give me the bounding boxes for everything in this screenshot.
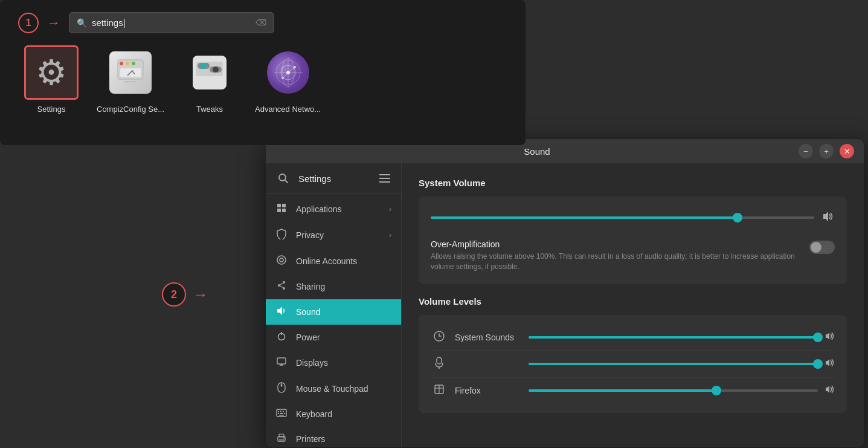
search-input[interactable]: settings| [92,18,251,28]
svg-rect-31 [277,209,281,212]
ff-thumb[interactable] [712,386,721,395]
firefox-icon [431,384,448,397]
microphone-vol-icon [825,358,835,370]
sidebar-item-printers[interactable]: Printers [266,426,401,447]
svg-marker-40 [277,307,282,315]
svg-marker-63 [826,333,829,340]
svg-rect-64 [437,357,442,364]
svg-rect-29 [277,204,281,207]
microphone-icon [431,357,448,371]
sound-label: Sound [296,307,320,317]
sidebar-item-applications[interactable]: Applications › [266,196,401,222]
svg-point-1 [120,62,123,65]
svg-point-37 [283,287,285,290]
search-bar-row: 1 → 🔍 settings| ⌫ [18,12,507,33]
minimize-button[interactable]: − [799,144,813,158]
over-amp-desc: Allows raising the volume above 100%. Th… [431,252,800,272]
app-label-settings: Settings [37,105,66,114]
svg-marker-66 [826,359,829,366]
sidebar-item-sound[interactable]: Sound [266,299,401,325]
sidebar-item-keyboard[interactable]: Keyboard [266,402,401,426]
svg-point-11 [201,63,207,69]
search-icon: 🔍 [77,18,87,28]
power-icon [275,331,288,343]
sidebar-item-mouse[interactable]: Mouse & Touchpad [266,375,401,402]
svg-point-60 [283,438,285,439]
app-icon-network [261,45,315,100]
svg-point-33 [277,256,286,264]
volume-levels-title: Volume Levels [419,296,847,307]
system-sounds-row: System Sounds [431,325,835,351]
svg-point-48 [281,385,283,386]
toggle-knob [811,242,821,253]
sidebar-item-power[interactable]: Power [266,325,401,350]
app-item-settings[interactable]: ⚙ Settings [24,45,79,114]
maximize-button[interactable]: + [819,144,834,158]
keyboard-label: Keyboard [296,409,332,419]
network-icon [267,51,309,94]
system-volume-card: Over-Amplification Allows raising the vo… [419,196,847,284]
step2-arrow: → [193,286,208,303]
sidebar-nav: Applications › Privacy › [266,194,401,447]
system-sounds-slider[interactable] [529,331,818,343]
printers-label: Printers [296,434,325,444]
sidebar-item-displays[interactable]: Displays [266,350,401,375]
step2-badge: 2 [162,282,186,307]
app-icon-tweaks [182,45,237,100]
system-volume-row [431,206,835,229]
displays-label: Displays [296,358,328,368]
svg-marker-61 [823,212,828,221]
system-volume-slider[interactable] [431,212,814,224]
ss-thumb[interactable] [813,333,823,342]
firefox-slider[interactable] [529,385,818,397]
volume-thumb[interactable] [733,213,742,222]
svg-rect-55 [284,413,285,414]
app-label-tweaks: Tweaks [196,105,223,114]
svg-rect-43 [277,358,286,364]
step2-wrapper: 2 → [162,282,208,307]
sidebar: Settings [266,163,402,447]
svg-line-25 [285,180,288,183]
ss-track [529,336,818,339]
svg-rect-50 [278,411,279,412]
over-amp-row: Over-Amplification Allows raising the vo… [431,233,835,274]
svg-rect-59 [279,439,284,441]
sound-icon [275,306,288,318]
system-sounds-icon [431,331,448,344]
sidebar-item-online-accounts[interactable]: Online Accounts [266,248,401,274]
mic-thumb[interactable] [813,359,823,369]
search-clear-icon[interactable]: ⌫ [256,18,266,27]
over-amp-toggle[interactable] [809,241,835,254]
volume-speaker-icon [823,211,835,224]
app-label-compiz: CompizConfig Se... [97,105,164,114]
titlebar-title: Sound [275,146,799,157]
win-controls: − + ✕ [799,144,854,158]
app-label-network: Advanced Netwo... [255,105,321,114]
online-accounts-icon [275,255,288,267]
power-label: Power [296,333,320,342]
mic-track [529,363,818,365]
microphone-slider[interactable] [529,358,818,370]
printers-icon [275,433,288,445]
sidebar-menu-icon[interactable] [377,170,393,186]
applications-chevron: › [389,205,391,213]
svg-point-2 [126,62,129,65]
system-volume-title: System Volume [419,178,847,188]
mic-fill [529,363,818,365]
launcher-search-box[interactable]: 🔍 settings| ⌫ [69,12,274,33]
ff-track [529,389,818,392]
app-item-network[interactable]: Advanced Netwo... [255,45,321,114]
settings-window: Sound − + ✕ Settings [266,139,864,447]
sidebar-item-sharing[interactable]: Sharing [266,274,401,299]
sidebar-item-privacy[interactable]: Privacy › [266,222,401,248]
displays-icon [275,357,288,369]
firefox-label: Firefox [455,386,521,395]
launcher-overlay: 1 → 🔍 settings| ⌫ ⚙ Settings [0,0,526,145]
close-button[interactable]: ✕ [840,144,854,158]
svg-point-3 [132,62,135,65]
app-item-compiz[interactable]: CompizConfig Se... [97,45,164,114]
ff-fill [529,389,716,392]
app-item-tweaks[interactable]: Tweaks [182,45,237,114]
sidebar-search-icon[interactable] [274,169,292,187]
firefox-row: Firefox [431,378,835,403]
